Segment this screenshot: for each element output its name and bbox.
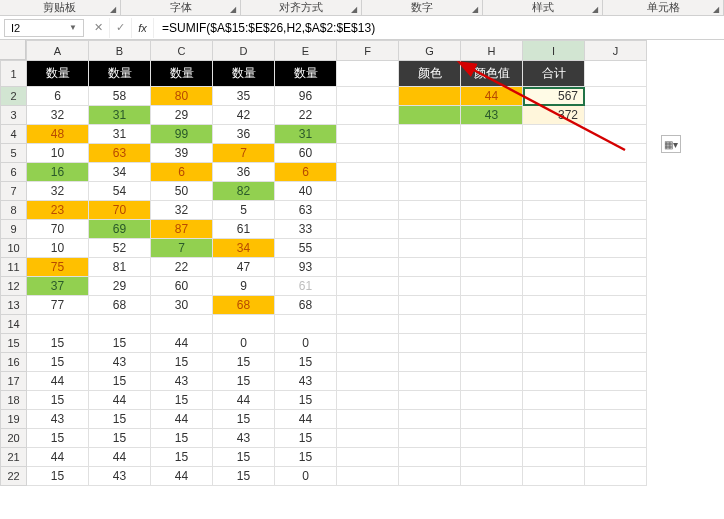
row-header-15[interactable]: 15 (1, 334, 27, 353)
cell[interactable] (461, 182, 523, 201)
cell[interactable]: 15 (213, 467, 275, 486)
row-header-20[interactable]: 20 (1, 429, 27, 448)
cell[interactable] (585, 182, 647, 201)
cell[interactable] (399, 144, 461, 163)
cell-color-value[interactable]: 44 (461, 87, 523, 106)
cell[interactable] (461, 239, 523, 258)
cell[interactable]: 93 (275, 258, 337, 277)
cell[interactable] (399, 372, 461, 391)
cancel-formula-button[interactable]: ✕ (88, 18, 110, 38)
cell[interactable]: 44 (151, 467, 213, 486)
cell[interactable]: 44 (27, 448, 89, 467)
cell[interactable] (523, 182, 585, 201)
cell[interactable]: 37 (27, 277, 89, 296)
cell[interactable] (337, 239, 399, 258)
cell[interactable] (337, 334, 399, 353)
cell[interactable] (585, 125, 647, 144)
row-header-1[interactable]: 1 (1, 61, 27, 87)
cell[interactable]: 15 (27, 429, 89, 448)
dialog-launcher-icon[interactable]: ◢ (230, 5, 236, 14)
cell[interactable] (585, 144, 647, 163)
row-header-6[interactable]: 6 (1, 163, 27, 182)
cell[interactable]: 54 (89, 182, 151, 201)
cell[interactable] (399, 163, 461, 182)
cell[interactable]: 33 (275, 220, 337, 239)
cell[interactable]: 50 (151, 182, 213, 201)
cell[interactable] (585, 296, 647, 315)
column-header-G[interactable]: G (399, 41, 461, 61)
row-header-21[interactable]: 21 (1, 448, 27, 467)
cell[interactable] (585, 220, 647, 239)
column-header-F[interactable]: F (337, 41, 399, 61)
cell[interactable]: 36 (213, 163, 275, 182)
row-header-11[interactable]: 11 (1, 258, 27, 277)
cell[interactable]: 0 (213, 334, 275, 353)
cell[interactable] (523, 258, 585, 277)
header-cell[interactable]: 数量 (89, 61, 151, 87)
cell[interactable]: 77 (27, 296, 89, 315)
insert-function-button[interactable]: fx (132, 18, 154, 38)
cell[interactable] (399, 353, 461, 372)
cell[interactable] (399, 239, 461, 258)
cell[interactable] (399, 429, 461, 448)
cell[interactable] (461, 467, 523, 486)
row-header-14[interactable]: 14 (1, 315, 27, 334)
cell[interactable] (337, 391, 399, 410)
cell[interactable] (461, 220, 523, 239)
cell[interactable]: 6 (275, 163, 337, 182)
cell[interactable] (585, 163, 647, 182)
cell-color[interactable] (399, 106, 461, 125)
row-header-7[interactable]: 7 (1, 182, 27, 201)
cell[interactable]: 15 (89, 372, 151, 391)
row-header-4[interactable]: 4 (1, 125, 27, 144)
cell[interactable]: 47 (213, 258, 275, 277)
cell[interactable]: 61 (213, 220, 275, 239)
cell[interactable]: 22 (275, 106, 337, 125)
header-cell[interactable]: 颜色值 (461, 61, 523, 87)
row-header-16[interactable]: 16 (1, 353, 27, 372)
dialog-launcher-icon[interactable]: ◢ (110, 5, 116, 14)
row-header-3[interactable]: 3 (1, 106, 27, 125)
dialog-launcher-icon[interactable]: ◢ (351, 5, 357, 14)
cell[interactable] (585, 410, 647, 429)
cell[interactable] (523, 296, 585, 315)
chevron-down-icon[interactable]: ▼ (69, 23, 77, 32)
cell[interactable] (399, 201, 461, 220)
cell[interactable] (523, 334, 585, 353)
cell[interactable] (337, 201, 399, 220)
cell[interactable]: 80 (151, 87, 213, 106)
row-header-13[interactable]: 13 (1, 296, 27, 315)
cell[interactable] (461, 315, 523, 334)
cell[interactable]: 23 (27, 201, 89, 220)
cell[interactable] (461, 372, 523, 391)
cell[interactable]: 35 (213, 87, 275, 106)
cell[interactable]: 15 (213, 372, 275, 391)
cell[interactable] (399, 448, 461, 467)
cell[interactable]: 48 (27, 125, 89, 144)
cell[interactable]: 44 (89, 391, 151, 410)
cell[interactable] (337, 125, 399, 144)
cell[interactable] (523, 429, 585, 448)
cell[interactable]: 15 (151, 448, 213, 467)
worksheet[interactable]: ABCDEFGHIJ1数量数量数量数量数量颜色颜色值合计265880359644… (0, 40, 724, 486)
cell[interactable] (337, 163, 399, 182)
cell[interactable]: 60 (151, 277, 213, 296)
row-header-12[interactable]: 12 (1, 277, 27, 296)
header-cell[interactable]: 数量 (213, 61, 275, 87)
cell[interactable] (585, 391, 647, 410)
cell[interactable]: 43 (151, 372, 213, 391)
cell[interactable]: 10 (27, 239, 89, 258)
cell[interactable] (585, 277, 647, 296)
cell[interactable] (523, 410, 585, 429)
cell[interactable]: 0 (275, 467, 337, 486)
cell[interactable] (461, 429, 523, 448)
cell[interactable]: 15 (151, 429, 213, 448)
cell[interactable] (399, 334, 461, 353)
row-header-5[interactable]: 5 (1, 144, 27, 163)
cell[interactable] (523, 201, 585, 220)
row-header-2[interactable]: 2 (1, 87, 27, 106)
cell[interactable] (275, 315, 337, 334)
cell[interactable] (337, 277, 399, 296)
cell[interactable] (337, 144, 399, 163)
cell[interactable] (213, 315, 275, 334)
